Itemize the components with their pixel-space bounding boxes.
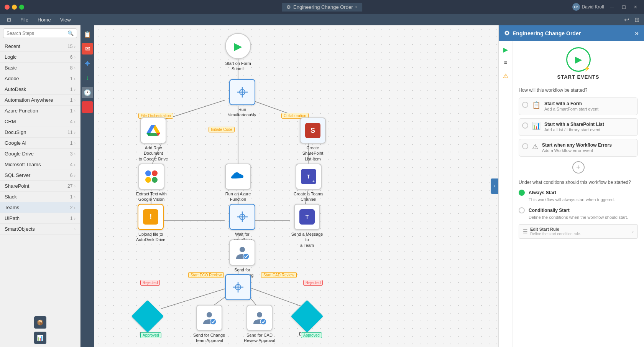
start-events-section: ▶ ⚡ START EVENTS: [519, 47, 638, 80]
start-option-form[interactable]: 📋 Start with a Form Add a SmartForm star…: [519, 97, 638, 115]
node-google-vision[interactable]: Extract Text withGoogle Vision: [136, 164, 167, 202]
sidebar-item-recent[interactable]: Recent 15 ›: [0, 41, 80, 52]
label-rejected-1: Rejected: [140, 280, 160, 286]
panel-collapse-button[interactable]: »: [635, 29, 639, 37]
sidebar-item-slack[interactable]: Slack 1 ›: [0, 192, 80, 202]
panel-warning-btn[interactable]: ⚠: [500, 70, 511, 81]
error-icon: ⚠: [532, 142, 538, 151]
menu-file[interactable]: File: [16, 16, 32, 23]
node-teams-channel-label: Create a TeamsChannel: [294, 191, 323, 202]
node-azure-function[interactable]: Run an AzureFunction: [225, 164, 251, 202]
sidebar-item-uipath[interactable]: UiPath 1 ›: [0, 213, 80, 224]
svg-point-29: [210, 319, 216, 325]
sidebar-item-google-ai[interactable]: Google AI 1 ›: [0, 138, 80, 149]
node-split2[interactable]: [225, 274, 251, 300]
close-tab-icon[interactable]: ×: [355, 5, 357, 9]
sidebar-item-smartobjects[interactable]: SmartObjects ›: [0, 224, 80, 235]
sidebar-item-microsoft-teams[interactable]: Microsoft Teams 4 ›: [0, 159, 80, 170]
sidebar-item-google-drive[interactable]: Google Drive 3 ›: [0, 149, 80, 159]
node-autodesk-label: Upload file toAutoDesk Drive: [136, 231, 165, 243]
win-minimize[interactable]: ─: [608, 3, 616, 11]
menu-home[interactable]: Home: [34, 16, 55, 23]
canvas-scroll[interactable]: ▶ Start on FormSubmit Run simultaneously…: [94, 25, 498, 347]
node-decision-1[interactable]: Decision: [136, 305, 159, 335]
start-option-error[interactable]: ⚠ Start when any Workflow Errors Add a W…: [519, 139, 638, 157]
right-panel: ⚙ Engineering Change Order » ▶ ≡ ⚠ ▶ ⚡ S…: [498, 25, 644, 347]
radio-conditional[interactable]: [519, 207, 525, 213]
sidebar-item-sql-server[interactable]: SQL Server 6 ›: [0, 170, 80, 181]
panel-edit-btn[interactable]: ≡: [500, 57, 511, 68]
menu-grid-icon[interactable]: ⊞: [3, 16, 15, 23]
menu-grid-view-icon[interactable]: ⊞: [633, 15, 641, 24]
node-start-label: Start on FormSubmit: [225, 61, 251, 72]
rule-icon: ☰: [523, 228, 528, 235]
right-panel-body: ▶ ≡ ⚠ ▶ ⚡ START EVENTS How will this wor…: [499, 41, 644, 347]
add-event-button[interactable]: +: [572, 161, 585, 174]
always-start-option[interactable]: Always Start This workflow will always s…: [519, 189, 638, 203]
svg-marker-22: [149, 133, 158, 136]
sidebar-item-logic[interactable]: Logic 6 ›: [0, 52, 80, 63]
sidebar-item-azure-function[interactable]: Azure Function 1 ›: [0, 106, 80, 116]
user-name: David Kroll: [582, 4, 604, 10]
right-panel-header: ⚙ Engineering Change Order »: [499, 25, 644, 41]
sidebar-item-autodesk[interactable]: AutoDesk 1 ›: [0, 84, 80, 95]
sidebar-item-docusign[interactable]: DocuSign 11 ›: [0, 127, 80, 138]
radio-sharepoint[interactable]: [522, 122, 528, 129]
svg-point-26: [243, 253, 249, 259]
node-change-approval[interactable]: Send for ChangeTeam Approval: [193, 305, 225, 344]
node-google-drive[interactable]: Add Raw Documentto Google Drive: [136, 117, 171, 162]
icon-sidebar-arrow[interactable]: ↓: [82, 72, 93, 84]
sidebar-bottom-icon-1[interactable]: 📦: [34, 316, 46, 329]
search-box[interactable]: 🔍: [3, 28, 77, 38]
canvas-toggle-button[interactable]: ‹: [491, 178, 498, 194]
icon-sidebar-email[interactable]: ✉: [82, 43, 93, 55]
sidebar-item-sharepoint[interactable]: SharePoint 27 ›: [0, 181, 80, 192]
form-icon: 📋: [532, 101, 540, 109]
radio-form[interactable]: [522, 102, 528, 108]
maximize-button[interactable]: [19, 5, 24, 10]
node-start[interactable]: ▶ Start on FormSubmit: [225, 33, 251, 72]
node-decision-2[interactable]: Decision: [296, 305, 319, 335]
sidebar-item-basic[interactable]: Basic 8 ›: [0, 63, 80, 73]
start-events-question: How will this workflow be started?: [519, 88, 638, 93]
label-start-eco: Start ECO Review: [188, 272, 224, 278]
main-layout: 🔍 Recent 15 › Logic 6 › Basic 8 › Adobe …: [0, 25, 644, 347]
close-button[interactable]: [5, 5, 10, 10]
icon-sidebar-clock[interactable]: 🕐: [82, 87, 93, 98]
icon-sidebar-checklist[interactable]: 📋: [82, 28, 93, 40]
sidebar-item-teams[interactable]: Teams 2 ›: [0, 202, 80, 213]
node-sharepoint[interactable]: S Create SharePointList Item: [296, 117, 330, 162]
sidebar-bottom-icon-2[interactable]: 📊: [34, 332, 46, 344]
node-gdrive-label: Add Raw Documentto Google Drive: [136, 145, 171, 162]
node-split-label: Run simultaneously: [225, 107, 260, 118]
always-start-sub: This workflow will always start when tri…: [529, 197, 615, 202]
form-option-sub: Add a SmartForm start event: [544, 107, 598, 111]
radio-error[interactable]: [522, 143, 528, 149]
win-maximize[interactable]: □: [620, 3, 628, 11]
node-teams-channel[interactable]: T + Create a TeamsChannel: [294, 164, 323, 202]
icon-sidebar-split[interactable]: [82, 58, 93, 69]
sidebar-item-automation-anywhere[interactable]: Automation Anywhere 1 ›: [0, 95, 80, 106]
panel-content-area: ▶ ⚡ START EVENTS How will this workflow …: [513, 41, 644, 347]
radio-always-active[interactable]: [519, 190, 525, 196]
win-close[interactable]: ×: [632, 3, 639, 11]
node-teams-message[interactable]: T Send a Message toa Team: [290, 204, 324, 248]
menu-view[interactable]: View: [56, 16, 75, 23]
menu-undo-icon[interactable]: ↩: [623, 15, 631, 24]
search-input[interactable]: [7, 31, 67, 36]
canvas-area[interactable]: ▶ Start on FormSubmit Run simultaneously…: [94, 25, 498, 347]
start-option-sharepoint[interactable]: 📊 Start with a SharePoint List Add a Lis…: [519, 118, 638, 136]
lightning-icon: ⚡: [584, 65, 590, 71]
panel-play-btn[interactable]: ▶: [500, 44, 511, 55]
sidebar-item-crm[interactable]: CRM 4 ›: [0, 116, 80, 127]
node-split[interactable]: Run simultaneously: [225, 79, 260, 118]
active-tab[interactable]: ⚙ Engineering Change Order ×: [282, 3, 362, 12]
sidebar-item-adobe[interactable]: Adobe 1 ›: [0, 73, 80, 84]
minimize-button[interactable]: [12, 5, 17, 10]
edit-start-rule-button[interactable]: ☰ Edit Start Rule Define the start condi…: [519, 224, 638, 239]
icon-sidebar-stop[interactable]: [82, 101, 93, 113]
conditions-section: Under what conditions should this workfl…: [519, 180, 638, 239]
node-autodesk[interactable]: ! Upload file toAutoDesk Drive: [136, 204, 165, 243]
node-cad-approval[interactable]: Send for CADReview Approval: [244, 305, 275, 344]
conditional-start-option[interactable]: Conditionally Start Define the condition…: [519, 207, 638, 220]
